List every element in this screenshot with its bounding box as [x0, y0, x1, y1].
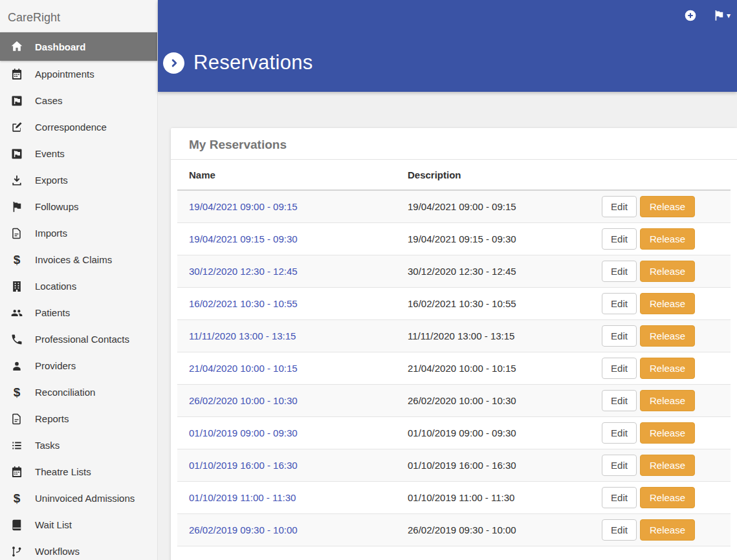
- sidebar-item-label: Events: [35, 148, 65, 159]
- sidebar-item-exports[interactable]: Exports: [0, 167, 157, 193]
- table-row: 19/04/2021 09:00 - 09:15 19/04/2021 09:0…: [177, 191, 731, 223]
- reservation-description: 19/04/2021 09:00 - 09:15: [396, 201, 602, 212]
- reservation-description: 01/10/2019 09:00 - 09:30: [396, 427, 602, 438]
- people-icon: [9, 305, 25, 321]
- sidebar-item-label: Correspondence: [35, 122, 107, 133]
- sidebar-item-followups[interactable]: Followups: [0, 193, 157, 220]
- reservation-description: 16/02/2021 10:30 - 10:55: [396, 298, 602, 309]
- edit-button[interactable]: Edit: [602, 325, 637, 347]
- sidebar-item-label: Dashboard: [35, 41, 85, 52]
- sidebar-item-patients[interactable]: Patients: [0, 299, 157, 326]
- reservation-name-link[interactable]: 30/12/2020 12:30 - 12:45: [189, 266, 298, 277]
- sidebar-item-locations[interactable]: Locations: [0, 273, 157, 299]
- sidebar-item-imports[interactable]: Imports: [0, 220, 157, 246]
- release-button[interactable]: Release: [640, 422, 695, 444]
- sidebar-item-invoices-claims[interactable]: $ Invoices & Claims: [0, 246, 157, 273]
- reservation-description: 01/10/2019 16:00 - 16:30: [396, 460, 602, 471]
- reservation-name-link[interactable]: 19/04/2021 09:00 - 09:15: [189, 201, 298, 212]
- table-row: 21/04/2020 10:00 - 10:15 21/04/2020 10:0…: [177, 352, 731, 385]
- edit-button[interactable]: Edit: [602, 293, 637, 314]
- sidebar-item-professional-contacts[interactable]: Professional Contacts: [0, 326, 157, 352]
- sidebar-item-reports[interactable]: Reports: [0, 405, 157, 432]
- release-button[interactable]: Release: [640, 196, 695, 217]
- compose-icon: [9, 120, 25, 135]
- sidebar-item-appointments[interactable]: Appointments: [0, 61, 157, 87]
- edit-button[interactable]: Edit: [602, 422, 637, 444]
- edit-button[interactable]: Edit: [602, 358, 637, 379]
- reservation-name-link[interactable]: 26/02/2020 10:00 - 10:30: [189, 395, 298, 406]
- app-window: CareRight Dashboard Appointments Cases C…: [0, 0, 737, 560]
- sidebar-item-label: Reconciliation: [35, 387, 95, 398]
- reservation-description: 01/10/2019 11:00 - 11:30: [396, 492, 602, 503]
- my-reservations-card: My Reservations Name Description 19/04/2…: [171, 128, 737, 560]
- sidebar-item-label: Patients: [35, 307, 70, 318]
- edit-button[interactable]: Edit: [602, 196, 637, 217]
- language-flag-menu[interactable]: ▾: [712, 9, 731, 22]
- download-icon: [9, 173, 25, 188]
- flag-box-icon: [9, 93, 25, 109]
- release-button[interactable]: Release: [640, 228, 695, 250]
- sidebar-item-tasks[interactable]: Tasks: [0, 432, 157, 458]
- table-row: 16/02/2021 10:30 - 10:55 16/02/2021 10:3…: [177, 288, 731, 320]
- release-button[interactable]: Release: [640, 455, 695, 476]
- sidebar-item-wait-list[interactable]: Wait List: [0, 512, 157, 538]
- sidebar-item-providers[interactable]: Providers: [0, 352, 157, 379]
- release-button[interactable]: Release: [640, 293, 695, 314]
- sidebar-item-uninvoiced-admissions[interactable]: $ Uninvoiced Admissions: [0, 485, 157, 512]
- release-button[interactable]: Release: [640, 325, 695, 347]
- reservation-name-link[interactable]: 01/10/2019 11:00 - 11:30: [189, 492, 296, 503]
- sidebar-item-events[interactable]: Events: [0, 140, 157, 167]
- reservation-name-link[interactable]: 01/10/2019 09:00 - 09:30: [189, 427, 298, 438]
- edit-button[interactable]: Edit: [602, 261, 637, 282]
- table-row: 11/11/2020 13:00 - 13:15 11/11/2020 13:0…: [177, 320, 731, 352]
- table-row: 01/10/2019 16:00 - 16:30 01/10/2019 16:0…: [177, 449, 731, 482]
- sidebar-nav: Dashboard Appointments Cases Corresponde…: [0, 32, 157, 560]
- sidebar-item-correspondence[interactable]: Correspondence: [0, 114, 157, 140]
- sidebar-item-label: Workflows: [35, 546, 80, 557]
- edit-button[interactable]: Edit: [602, 228, 637, 250]
- flag-icon: [9, 199, 25, 215]
- edit-button[interactable]: Edit: [602, 455, 637, 476]
- reservation-name-link[interactable]: 01/10/2019 16:00 - 16:30: [189, 460, 298, 471]
- release-button[interactable]: Release: [640, 390, 695, 411]
- dollar-icon: $: [9, 491, 25, 506]
- edit-button[interactable]: Edit: [602, 519, 637, 541]
- sidebar-item-reconciliation[interactable]: $ Reconciliation: [0, 379, 157, 405]
- reservation-name-link[interactable]: 26/02/2019 09:30 - 10:00: [189, 524, 298, 535]
- add-circle-icon: [684, 9, 697, 22]
- edit-button[interactable]: Edit: [602, 487, 637, 508]
- add-button[interactable]: [684, 9, 697, 22]
- reservation-name-link[interactable]: 21/04/2020 10:00 - 10:15: [189, 363, 298, 374]
- release-button[interactable]: Release: [640, 358, 695, 379]
- release-button[interactable]: Release: [640, 519, 695, 541]
- release-button[interactable]: Release: [640, 261, 695, 282]
- sidebar-item-cases[interactable]: Cases: [0, 87, 157, 114]
- title-row: Reservations: [163, 51, 313, 74]
- table-body: 19/04/2021 09:00 - 09:15 19/04/2021 09:0…: [177, 191, 731, 546]
- table-row: 26/02/2020 10:00 - 10:30 26/02/2020 10:0…: [177, 385, 731, 417]
- sidebar-item-label: Locations: [35, 281, 76, 292]
- sidebar-item-label: Cases: [35, 95, 63, 106]
- release-button[interactable]: Release: [640, 487, 695, 508]
- table-header-row: Name Description: [177, 160, 731, 191]
- home-icon: [9, 39, 25, 54]
- app-logo: CareRight: [0, 0, 157, 32]
- file-icon: [9, 411, 25, 427]
- sidebar-item-label: Professional Contacts: [35, 334, 129, 345]
- main-area: ▾ Reservations My Reservations Name Desc…: [158, 0, 737, 560]
- sidebar-item-label: Followups: [35, 201, 79, 212]
- reservation-name-link[interactable]: 19/04/2021 09:15 - 09:30: [189, 233, 298, 244]
- dollar-icon: $: [9, 385, 25, 400]
- reservation-name-link[interactable]: 16/02/2021 10:30 - 10:55: [189, 298, 298, 309]
- reservation-description: 26/02/2019 09:30 - 10:00: [396, 524, 602, 535]
- phone-icon: [9, 332, 25, 347]
- sidebar-item-workflows[interactable]: Workflows: [0, 538, 157, 560]
- sidebar-item-dashboard[interactable]: Dashboard: [0, 32, 157, 61]
- sidebar-item-label: Exports: [35, 175, 68, 186]
- reservation-name-link[interactable]: 11/11/2020 13:00 - 13:15: [189, 330, 296, 341]
- edit-button[interactable]: Edit: [602, 390, 637, 411]
- sidebar-item-label: Invoices & Claims: [35, 254, 112, 265]
- sidebar-item-theatre-lists[interactable]: Theatre Lists: [0, 458, 157, 485]
- sidebar-item-label: Wait List: [35, 519, 72, 530]
- sidebar-item-label: Providers: [35, 360, 76, 371]
